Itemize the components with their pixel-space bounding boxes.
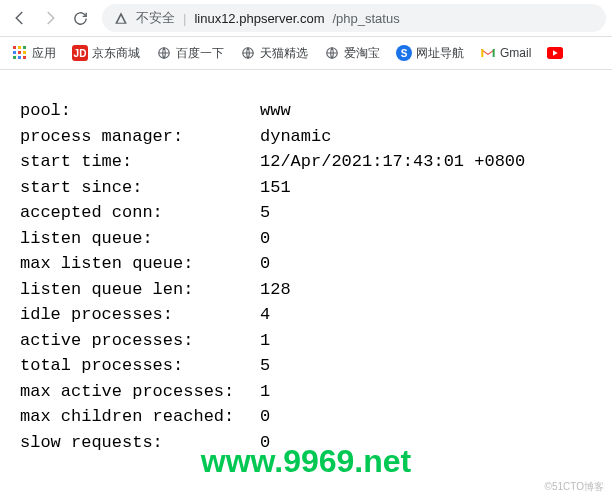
url-divider: | bbox=[183, 11, 186, 26]
status-value: 0 bbox=[260, 404, 270, 430]
status-value: 151 bbox=[260, 175, 291, 201]
status-row: max listen queue:0 bbox=[20, 251, 592, 277]
status-row: start since:151 bbox=[20, 175, 592, 201]
apps-label: 应用 bbox=[32, 45, 56, 62]
back-button[interactable] bbox=[6, 4, 34, 32]
forward-button[interactable] bbox=[36, 4, 64, 32]
svg-rect-3 bbox=[13, 51, 16, 54]
php-status-table: pool:wwwprocess manager:dynamicstart tim… bbox=[20, 98, 592, 455]
jd-icon: JD bbox=[72, 45, 88, 61]
bookmarks-bar: 应用 JD 京东商城 百度一下 天猫精选 爱淘宝 S 网址导航 Gmail bbox=[0, 37, 612, 70]
bookmark-label: Gmail bbox=[500, 46, 531, 60]
status-row: max children reached:0 bbox=[20, 404, 592, 430]
reload-button[interactable] bbox=[66, 4, 94, 32]
status-row: active processes:1 bbox=[20, 328, 592, 354]
corner-watermark: ©51CTO博客 bbox=[545, 480, 604, 494]
bookmark-aitaobao[interactable]: 爱淘宝 bbox=[318, 42, 386, 65]
security-label: 不安全 bbox=[136, 9, 175, 27]
globe-icon bbox=[240, 45, 256, 61]
svg-rect-4 bbox=[18, 51, 21, 54]
apps-icon bbox=[12, 45, 28, 61]
not-secure-icon bbox=[114, 11, 128, 25]
bookmark-baidu[interactable]: 百度一下 bbox=[150, 42, 230, 65]
status-key: accepted conn: bbox=[20, 200, 260, 226]
bookmark-label: 天猫精选 bbox=[260, 45, 308, 62]
svg-rect-6 bbox=[13, 56, 16, 59]
bookmark-label: 京东商城 bbox=[92, 45, 140, 62]
arrow-right-icon bbox=[41, 9, 59, 27]
status-row: idle processes:4 bbox=[20, 302, 592, 328]
bookmark-tmall[interactable]: 天猫精选 bbox=[234, 42, 314, 65]
bookmark-youtube[interactable] bbox=[541, 42, 569, 64]
youtube-icon bbox=[547, 45, 563, 61]
status-key: active processes: bbox=[20, 328, 260, 354]
status-key: process manager: bbox=[20, 124, 260, 150]
bookmark-label: 网址导航 bbox=[416, 45, 464, 62]
status-key: listen queue len: bbox=[20, 277, 260, 303]
page-content: pool:wwwprocess manager:dynamicstart tim… bbox=[0, 70, 612, 455]
status-key: pool: bbox=[20, 98, 260, 124]
status-value: 5 bbox=[260, 353, 270, 379]
bookmark-label: 百度一下 bbox=[176, 45, 224, 62]
arrow-left-icon bbox=[11, 9, 29, 27]
apps-button[interactable]: 应用 bbox=[6, 42, 62, 65]
globe-icon bbox=[156, 45, 172, 61]
status-row: pool:www bbox=[20, 98, 592, 124]
status-row: max active processes:1 bbox=[20, 379, 592, 405]
status-value: 128 bbox=[260, 277, 291, 303]
address-bar[interactable]: 不安全 | linux12.phpserver.com/php_status bbox=[102, 4, 606, 32]
svg-rect-8 bbox=[23, 56, 26, 59]
status-key: max children reached: bbox=[20, 404, 260, 430]
bookmark-label: 爱淘宝 bbox=[344, 45, 380, 62]
bookmark-jd[interactable]: JD 京东商城 bbox=[66, 42, 146, 65]
status-key: start time: bbox=[20, 149, 260, 175]
status-value: 0 bbox=[260, 251, 270, 277]
status-value: dynamic bbox=[260, 124, 331, 150]
svg-rect-5 bbox=[23, 51, 26, 54]
status-key: start since: bbox=[20, 175, 260, 201]
status-value: www bbox=[260, 98, 291, 124]
browser-toolbar: 不安全 | linux12.phpserver.com/php_status bbox=[0, 0, 612, 37]
status-value: 4 bbox=[260, 302, 270, 328]
status-row: accepted conn:5 bbox=[20, 200, 592, 226]
status-value: 1 bbox=[260, 379, 270, 405]
status-row: process manager:dynamic bbox=[20, 124, 592, 150]
nav-icon: S bbox=[396, 45, 412, 61]
svg-rect-2 bbox=[23, 46, 26, 49]
status-row: total processes:5 bbox=[20, 353, 592, 379]
watermark: www.9969.net bbox=[0, 443, 612, 480]
status-row: start time:12/Apr/2021:17:43:01 +0800 bbox=[20, 149, 592, 175]
globe-icon bbox=[324, 45, 340, 61]
reload-icon bbox=[72, 10, 89, 27]
status-row: listen queue:0 bbox=[20, 226, 592, 252]
gmail-icon bbox=[480, 45, 496, 61]
status-key: max listen queue: bbox=[20, 251, 260, 277]
svg-rect-1 bbox=[18, 46, 21, 49]
url-path: /php_status bbox=[332, 11, 399, 26]
status-row: listen queue len:128 bbox=[20, 277, 592, 303]
status-value: 0 bbox=[260, 226, 270, 252]
bookmark-gmail[interactable]: Gmail bbox=[474, 42, 537, 64]
bookmark-nav[interactable]: S 网址导航 bbox=[390, 42, 470, 65]
status-value: 5 bbox=[260, 200, 270, 226]
status-key: listen queue: bbox=[20, 226, 260, 252]
status-key: max active processes: bbox=[20, 379, 260, 405]
svg-rect-0 bbox=[13, 46, 16, 49]
status-value: 12/Apr/2021:17:43:01 +0800 bbox=[260, 149, 525, 175]
status-key: idle processes: bbox=[20, 302, 260, 328]
status-key: total processes: bbox=[20, 353, 260, 379]
url-host: linux12.phpserver.com bbox=[194, 11, 324, 26]
svg-rect-7 bbox=[18, 56, 21, 59]
status-value: 1 bbox=[260, 328, 270, 354]
